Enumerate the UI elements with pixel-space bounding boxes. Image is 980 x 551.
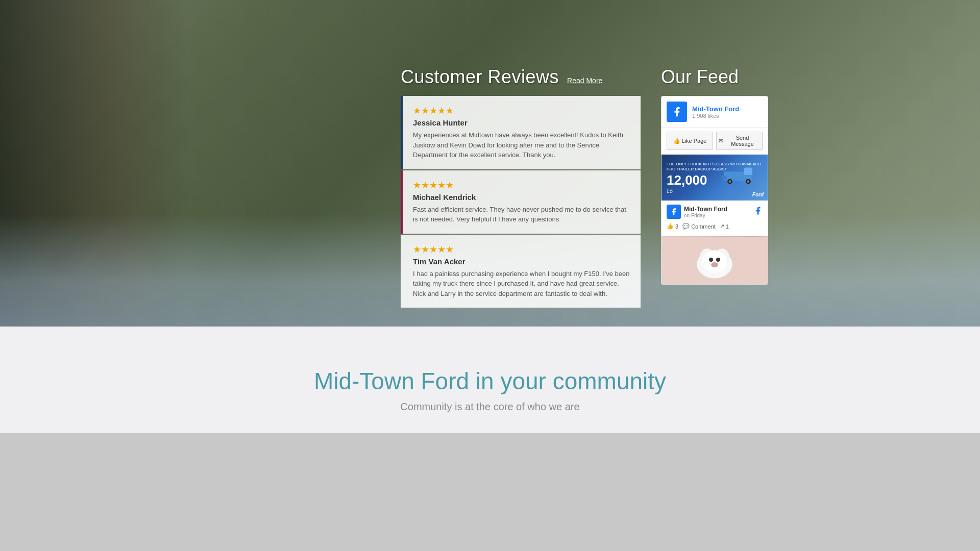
comment-icon: 💬 — [682, 223, 690, 230]
feed-section: Our Feed Mid-Town Ford 1,908 likes — [661, 66, 768, 309]
reviews-header: Customer Reviews Read More — [401, 66, 641, 88]
hero-content: Customer Reviews Read More ★★★★★ Jessica… — [0, 0, 980, 309]
fb-page-name: Mid-Town Ford — [692, 105, 739, 113]
review-text-1: My experiences at Midtown have always be… — [413, 130, 630, 160]
svg-rect-6 — [722, 176, 727, 180]
review-card-1: ★★★★★ Jessica Hunter My experiences at M… — [401, 96, 641, 169]
share-count: 1 — [726, 223, 729, 230]
reviews-title: Customer Reviews — [401, 66, 559, 88]
reviewer-name-1: Jessica Hunter — [413, 118, 630, 127]
fb-comment-action[interactable]: 💬 Comment — [682, 223, 716, 230]
stars-3: ★★★★★ — [413, 244, 630, 255]
fb-page-header: Mid-Town Ford 1,908 likes — [662, 96, 768, 128]
fb-page-likes: 1,908 likes — [692, 113, 739, 119]
reviews-section: Customer Reviews Read More ★★★★★ Jessica… — [401, 66, 641, 309]
review-card-3: ★★★★★ Tim Van Acker I had a painless pur… — [401, 235, 641, 308]
like-icon: 👍 — [667, 223, 674, 230]
stars-1: ★★★★★ — [413, 105, 630, 116]
reviewer-name-2: Michael Kendrick — [413, 193, 630, 202]
fb-share-action[interactable]: ↗ 1 — [720, 223, 729, 230]
fb-page-info: Mid-Town Ford 1,908 likes — [692, 105, 739, 119]
review-text-2: Fast and efficient service. They have ne… — [413, 205, 630, 224]
fb-like-page-button[interactable]: 👍 Like Page — [667, 132, 713, 150]
stars-2: ★★★★★ — [413, 180, 630, 191]
reviewer-name-3: Tim Van Acker — [413, 257, 630, 266]
fb-post-item: Mid-Town Ford on Friday 👍 — [662, 201, 768, 236]
svg-point-13 — [716, 258, 720, 262]
fb-like-action[interactable]: 👍 3 — [667, 223, 678, 230]
truck-svg — [722, 162, 763, 185]
community-section: Mid-Town Ford in your community Communit… — [0, 327, 980, 433]
review-text-3: I had a painless purchasing experience w… — [413, 269, 630, 299]
svg-point-14 — [711, 262, 718, 267]
community-subtitle: Community is at the core of who we are — [400, 401, 579, 413]
fb-dog-image — [662, 236, 768, 285]
facebook-widget[interactable]: Mid-Town Ford 1,908 likes 👍 Like Page ✉ … — [661, 96, 768, 285]
community-title: Mid-Town Ford in your community — [314, 367, 666, 395]
like-count: 3 — [675, 223, 678, 230]
fb-action-buttons: 👍 Like Page ✉ Send Message — [662, 128, 768, 155]
comment-label: Comment — [691, 223, 716, 230]
svg-point-3 — [729, 180, 731, 183]
fb-send-message-button[interactable]: ✉ Send Message — [716, 132, 763, 150]
fb-truck-ad-image: THE ONLY TRUCK IN ITS CLASS WITH AVAILAB… — [662, 155, 768, 201]
fb-post-author: Mid-Town Ford — [684, 206, 750, 213]
dog-illustration-svg — [662, 236, 768, 285]
fb-post-meta: Mid-Town Ford on Friday — [684, 206, 750, 218]
svg-point-11 — [702, 251, 727, 273]
svg-rect-1 — [744, 168, 752, 175]
fb-post-logo — [667, 205, 681, 219]
read-more-link[interactable]: Read More — [567, 77, 602, 85]
svg-point-5 — [747, 180, 750, 183]
thumbs-up-icon: 👍 — [673, 138, 680, 144]
facebook-icon — [753, 206, 763, 217]
fb-post-time: on Friday — [684, 213, 750, 218]
like-page-label: Like Page — [682, 138, 707, 144]
review-card-2: ★★★★★ Michael Kendrick Fast and efficien… — [401, 170, 641, 234]
send-message-label: Send Message — [725, 135, 760, 147]
fb-post-actions: 👍 3 💬 Comment ↗ 1 — [667, 221, 763, 232]
fb-post-header: Mid-Town Ford on Friday — [667, 205, 763, 219]
svg-point-12 — [709, 258, 713, 262]
hero-section: Customer Reviews Read More ★★★★★ Jessica… — [0, 0, 980, 327]
fb-page-logo — [667, 102, 687, 122]
feed-title: Our Feed — [661, 66, 768, 88]
message-icon: ✉ — [719, 138, 723, 144]
share-icon: ↗ — [720, 223, 724, 230]
ford-logo: Ford — [752, 192, 764, 197]
